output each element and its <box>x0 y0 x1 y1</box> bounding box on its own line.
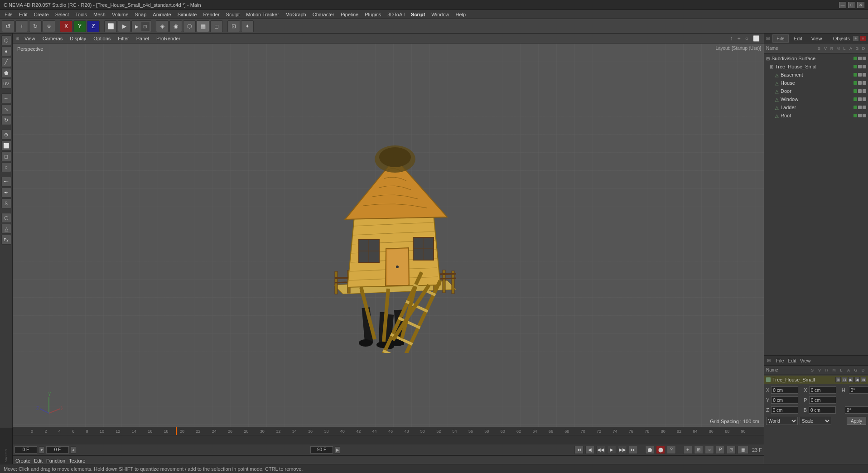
menu-motion-tracker[interactable]: Motion Tracker <box>243 11 282 18</box>
lt-edge[interactable]: ╱ <box>1 57 11 67</box>
menu-sculpt[interactable]: Sculpt <box>223 11 243 18</box>
obj-panel-btn-2[interactable]: × <box>860 35 866 42</box>
mat-edit[interactable]: Edit <box>34 458 43 463</box>
timeline-content[interactable] <box>13 435 764 444</box>
attr-y-rot[interactable] <box>809 396 836 404</box>
attr-tab-edit[interactable]: Edit <box>788 358 796 363</box>
menu-select[interactable]: Select <box>53 11 72 18</box>
lt-paint[interactable]: ✒ <box>1 188 11 198</box>
frame-plus[interactable]: ▲ <box>71 446 76 454</box>
end-frame-input[interactable] <box>310 446 333 454</box>
current-frame-input[interactable] <box>14 446 37 454</box>
attr-obj-btn-1[interactable]: ⊞ <box>835 377 841 382</box>
attr-obj-btn-5[interactable]: ⊠ <box>861 377 866 382</box>
x-axis-button[interactable]: X <box>60 20 72 32</box>
lt-spline[interactable]: 〜 <box>1 177 11 187</box>
attr-obj-btn-4[interactable]: ◀ <box>854 377 860 382</box>
shading-button-5[interactable]: ◻ <box>210 20 223 32</box>
mat-create[interactable]: Create <box>15 458 30 463</box>
stop-button[interactable]: ⬤ <box>656 446 665 454</box>
mode-button-2[interactable]: ▶ <box>118 20 130 32</box>
obj-panel-btn-1[interactable]: + <box>853 35 859 42</box>
playhead[interactable] <box>176 427 177 435</box>
menu-simulate[interactable]: Simulate <box>175 11 200 18</box>
attr-obj-btn-2[interactable]: ⊡ <box>842 377 847 382</box>
add-button[interactable]: + <box>15 20 28 32</box>
menu-mograph[interactable]: MoGraph <box>283 11 309 18</box>
viewport-menu-panel[interactable]: Panel <box>135 35 151 42</box>
mode-5[interactable]: ⊡ <box>727 446 736 454</box>
menu-window[interactable]: Window <box>429 11 452 18</box>
menu-edit[interactable]: Edit <box>16 11 30 18</box>
timeline-ruler[interactable]: 02468 1012141618 2022242628 3032343638 4… <box>13 427 764 435</box>
viewport-icon-1[interactable]: ↑ <box>729 35 734 42</box>
viewport-menu-display[interactable]: Display <box>68 35 88 42</box>
lt-scale[interactable]: ⤡ <box>1 104 11 114</box>
lt-point[interactable]: ● <box>1 46 11 56</box>
attr-selected-obj[interactable]: Tree_House_Small ⊞ ⊡ ▶ ◀ ⊠ <box>764 376 868 384</box>
lt-rotate[interactable]: ↻ <box>1 115 11 125</box>
minimize-button[interactable]: — <box>839 2 846 8</box>
snap-button[interactable]: ⊡ <box>227 20 240 32</box>
lt-live[interactable]: ⊕ <box>1 130 11 140</box>
mat-function[interactable]: Function <box>46 458 65 463</box>
shading-button-1[interactable]: ◈ <box>156 20 169 32</box>
menu-animate[interactable]: Animate <box>150 11 174 18</box>
attr-z-rot[interactable] <box>809 406 836 414</box>
attr-y-pos[interactable] <box>771 396 798 404</box>
objects-tab-edit[interactable]: Edit <box>790 34 806 43</box>
undo-button[interactable]: ↺ <box>2 20 14 32</box>
z-axis-button[interactable]: Z <box>87 20 100 32</box>
light-button[interactable]: ✦ <box>241 20 254 32</box>
obj-door[interactable]: △ Door <box>764 87 868 95</box>
attr-world-dropdown[interactable]: World Object <box>766 417 798 425</box>
mode-1[interactable]: + <box>683 446 692 454</box>
attr-scale-dropdown[interactable]: Scale <box>800 417 831 425</box>
attr-tab-file[interactable]: File <box>776 358 784 363</box>
y-axis-button[interactable]: Y <box>73 20 86 32</box>
menu-render[interactable]: Render <box>200 11 222 18</box>
lt-poly[interactable]: ⬟ <box>1 68 11 78</box>
mat-texture[interactable]: Texture <box>69 458 85 463</box>
mode-6[interactable]: ▦ <box>738 446 748 454</box>
menu-script[interactable]: Script <box>408 11 428 18</box>
record-button[interactable]: ⏺ <box>645 446 654 454</box>
lt-sculpt[interactable]: ⬡ <box>1 213 11 223</box>
lt-python[interactable]: Py <box>1 235 11 245</box>
lt-tweak[interactable]: $ <box>1 198 11 208</box>
attr-b-val[interactable] <box>845 406 868 414</box>
shading-button-4[interactable]: ▦ <box>197 20 209 32</box>
menu-create[interactable]: Create <box>31 11 52 18</box>
menu-snap[interactable]: Snap <box>132 11 149 18</box>
viewport-menu-prorender[interactable]: ProRender <box>154 35 182 42</box>
shading-button-3[interactable]: ⬡ <box>183 20 196 32</box>
menu-file[interactable]: File <box>2 11 15 18</box>
menu-character[interactable]: Character <box>310 11 337 18</box>
lt-model[interactable]: ⬡ <box>1 35 11 45</box>
endframe-arrow[interactable]: ▶ <box>335 446 340 454</box>
viewport[interactable]: Perspective <box>13 43 764 427</box>
attr-z-pos[interactable] <box>771 406 798 414</box>
frame-minus[interactable]: ▼ <box>39 446 44 454</box>
attr-obj-btn-3[interactable]: ▶ <box>848 377 854 382</box>
menu-mesh[interactable]: Mesh <box>91 11 108 18</box>
prev-play-button[interactable]: ◀◀ <box>596 446 605 454</box>
attr-x-pos[interactable] <box>771 386 798 394</box>
objects-tab-file[interactable]: File <box>772 34 789 43</box>
viewport-menu-cameras[interactable]: Cameras <box>41 35 65 42</box>
jump-start-button[interactable]: ⏮ <box>574 446 583 454</box>
obj-house[interactable]: △ House <box>764 79 868 87</box>
lt-move[interactable]: ↔ <box>1 93 11 103</box>
close-button[interactable]: ✕ <box>857 2 864 8</box>
lt-select-rect[interactable]: ⬜ <box>1 140 11 150</box>
objects-tab-view[interactable]: View <box>807 34 826 43</box>
viewport-icon-2[interactable]: + <box>736 35 742 42</box>
jump-end-button[interactable]: ⏭ <box>629 446 638 454</box>
maximize-button[interactable]: □ <box>848 2 855 8</box>
viewport-menu-view[interactable]: View <box>23 35 37 42</box>
mode-button-1[interactable]: ⬜ <box>104 20 117 32</box>
obj-basement[interactable]: △ Basement <box>764 71 868 79</box>
shading-button-2[interactable]: ◉ <box>169 20 182 32</box>
viewport-menu-options[interactable]: Options <box>92 35 112 42</box>
lt-uv[interactable]: UV <box>1 79 11 89</box>
